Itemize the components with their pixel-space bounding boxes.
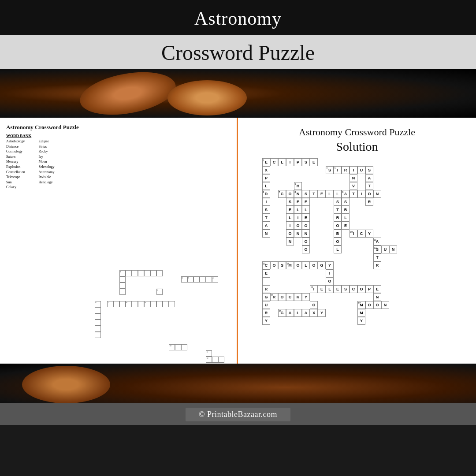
subtitle-text: Crossword Puzzle xyxy=(161,41,315,64)
food-image-bottom xyxy=(0,364,476,403)
top-banner: Astronomy xyxy=(0,0,476,35)
solution-subtitle: Solution xyxy=(336,140,378,154)
word-bank: Astrobiology Distance Cosmology Saturn M… xyxy=(6,139,67,190)
copyright-text: © PrintableBazaar.com xyxy=(199,410,277,419)
solution-title: Astronomy Crossword Puzzle xyxy=(299,126,415,138)
solution-grid: 1E C L I P S E 2S 3I R I U 4S X P L xyxy=(262,158,452,321)
footer-copyright: © PrintableBazaar.com xyxy=(186,408,290,421)
crossword-grid: 1 2 3 xyxy=(70,134,231,364)
puzzle-panel-title: Astronomy Crossword Puzzle xyxy=(6,124,231,131)
puzzle-panel: Astronomy Crossword Puzzle WORD BANK Ast… xyxy=(0,118,238,364)
solution-panel: Astronomy Crossword Puzzle Solution 1E C… xyxy=(238,118,476,364)
food-image-top xyxy=(0,69,476,118)
word-bank-title: WORD BANK xyxy=(6,134,67,138)
footer: © PrintableBazaar.com xyxy=(0,403,476,425)
subtitle-bar: Crossword Puzzle xyxy=(0,35,476,69)
main-content: Astronomy Crossword Puzzle WORD BANK Ast… xyxy=(0,118,476,364)
top-title: Astronomy xyxy=(194,8,282,29)
